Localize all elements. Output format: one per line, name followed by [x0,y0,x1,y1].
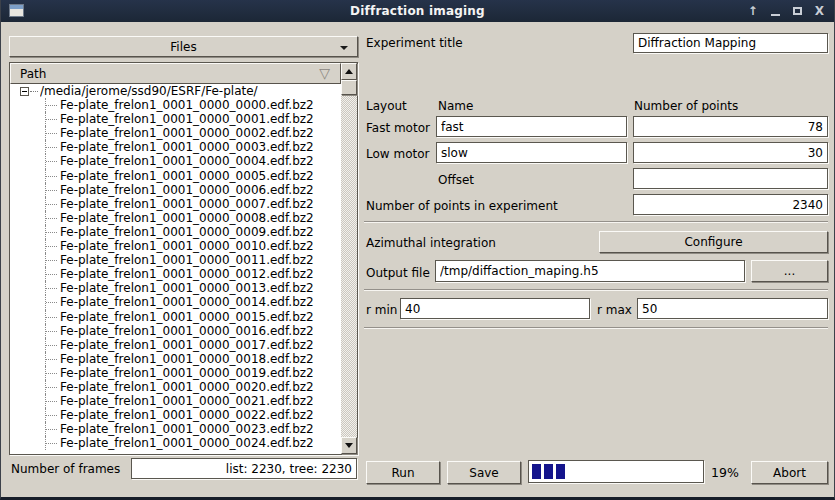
tree-connector [45,310,60,324]
files-dropdown-label: Files [170,40,196,54]
tree-connector [45,183,60,197]
low-motor-name-field[interactable] [436,142,627,163]
tree-connector [45,112,60,126]
tree-file-row[interactable]: Fe-plate_frelon1_0001_0000_0007.edf.bz2 [11,197,341,211]
tree-scrollbar[interactable] [341,63,357,454]
tree-file-row[interactable]: Fe-plate_frelon1_0001_0000_0002.edf.bz2 [11,126,341,140]
tree-connector [45,295,60,309]
progress-block [532,464,541,479]
tree-file-row[interactable]: Fe-plate_frelon1_0001_0000_0008.edf.bz2 [11,211,341,225]
shade-up-icon: ↑ [748,0,758,22]
rmin-field[interactable] [400,298,590,319]
tree-file-label: Fe-plate_frelon1_0001_0000_0008.edf.bz2 [60,211,314,225]
maximize-button[interactable] [793,7,802,15]
scroll-down-button[interactable] [341,437,357,454]
tree-file-row[interactable]: Fe-plate_frelon1_0001_0000_0003.edf.bz2 [11,140,341,154]
tree-content: /media/jerome/ssd90/ESRF/Fe-plate/ Fe-pl… [11,84,341,453]
tree-file-label: Fe-plate_frelon1_0001_0000_0019.edf.bz2 [60,366,314,380]
tree-file-row[interactable]: Fe-plate_frelon1_0001_0000_0013.edf.bz2 [11,281,341,295]
window-title: Diffraction imaging [1,4,834,18]
progress-percent: 19% [711,465,739,480]
fast-motor-name-field[interactable] [436,116,627,137]
low-motor-points-field[interactable] [633,142,828,163]
title-bar[interactable]: Diffraction imaging ↑ X [1,0,834,22]
offset-field[interactable] [633,168,828,189]
number-of-frames-field[interactable] [131,458,357,479]
tree-connector [45,267,60,281]
tree-connector [45,126,60,140]
tree-file-row[interactable]: Fe-plate_frelon1_0001_0000_0022.edf.bz2 [11,408,341,422]
scrollbar-thumb[interactable] [341,80,357,95]
tree-file-row[interactable]: Fe-plate_frelon1_0001_0000_0015.edf.bz2 [11,310,341,324]
tree-file-label: Fe-plate_frelon1_0001_0000_0001.edf.bz2 [60,112,314,126]
tree-connector [45,422,60,436]
layout-label: Layout [366,99,407,113]
rmax-field[interactable] [637,298,828,319]
tree-file-label: Fe-plate_frelon1_0001_0000_0024.edf.bz2 [60,436,314,450]
dropdown-arrow-icon [340,46,348,50]
tree-file-row[interactable]: Fe-plate_frelon1_0001_0000_0000.edf.bz2 [11,98,341,112]
rmax-label: r max [597,303,632,317]
tree-file-label: Fe-plate_frelon1_0001_0000_0018.edf.bz2 [60,352,314,366]
rmin-label: r min [366,303,397,317]
tree-file-row[interactable]: Fe-plate_frelon1_0001_0000_0016.edf.bz2 [11,324,341,338]
tree-file-row[interactable]: Fe-plate_frelon1_0001_0000_0010.edf.bz2 [11,239,341,253]
tree-file-label: Fe-plate_frelon1_0001_0000_0002.edf.bz2 [60,126,314,140]
fast-motor-points-field[interactable] [633,116,828,137]
tree-connector [45,394,60,408]
separator [364,289,828,291]
tree-connector [45,239,60,253]
scroll-up-button[interactable] [341,63,357,80]
tree-file-row[interactable]: Fe-plate_frelon1_0001_0000_0004.edf.bz2 [11,154,341,168]
tree-file-row[interactable]: Fe-plate_frelon1_0001_0000_0017.edf.bz2 [11,338,341,352]
offset-label: Offset [438,173,474,187]
tree-connector [45,352,60,366]
tree-root-row[interactable]: /media/jerome/ssd90/ESRF/Fe-plate/ [11,84,341,98]
tree-file-row[interactable]: Fe-plate_frelon1_0001_0000_0012.edf.bz2 [11,267,341,281]
configure-button[interactable]: Configure [599,231,828,253]
tree-connector [45,253,60,267]
abort-button[interactable]: Abort [751,461,828,484]
tree-file-label: Fe-plate_frelon1_0001_0000_0009.edf.bz2 [60,225,314,239]
collapse-minus-icon[interactable] [20,87,29,96]
tree-connector [45,98,60,112]
tree-file-label: Fe-plate_frelon1_0001_0000_0004.edf.bz2 [60,154,314,168]
tree-file-row[interactable]: Fe-plate_frelon1_0001_0000_0020.edf.bz2 [11,380,341,394]
tree-file-row[interactable]: Fe-plate_frelon1_0001_0000_0011.edf.bz2 [11,253,341,267]
files-dropdown[interactable]: Files [9,36,358,57]
tree-file-label: Fe-plate_frelon1_0001_0000_0016.edf.bz2 [60,324,314,338]
fast-motor-label: Fast motor [366,121,430,135]
close-button[interactable]: X [815,0,824,22]
tree-file-row[interactable]: Fe-plate_frelon1_0001_0000_0019.edf.bz2 [11,366,341,380]
shade-button[interactable]: ↑ [748,0,758,22]
scroll-up-icon [345,69,353,74]
tree-file-row[interactable]: Fe-plate_frelon1_0001_0000_0021.edf.bz2 [11,394,341,408]
total-points-field[interactable] [633,194,828,215]
output-file-label: Output file [366,266,430,280]
tree-connector [45,211,60,225]
points-column-label: Number of points [634,99,738,113]
tree-file-row[interactable]: Fe-plate_frelon1_0001_0000_0001.edf.bz2 [11,112,341,126]
tree-file-row[interactable]: Fe-plate_frelon1_0001_0000_0009.edf.bz2 [11,225,341,239]
tree-connector [45,197,60,211]
tree-connector [45,169,60,183]
save-button[interactable]: Save [447,461,521,484]
tree-connector [45,366,60,380]
tree-file-row[interactable]: Fe-plate_frelon1_0001_0000_0018.edf.bz2 [11,352,341,366]
tree-root-label: /media/jerome/ssd90/ESRF/Fe-plate/ [40,84,258,98]
output-file-field[interactable] [435,260,745,282]
minimize-icon [771,14,780,16]
experiment-title-field[interactable] [633,33,828,53]
tree-file-row[interactable]: Fe-plate_frelon1_0001_0000_0014.edf.bz2 [11,295,341,309]
maximize-icon [793,7,802,15]
tree-header-path[interactable]: Path ▽ [10,63,341,84]
run-button[interactable]: Run [366,461,440,484]
experiment-title-label: Experiment title [366,36,463,50]
minimize-button[interactable] [771,7,780,16]
tree-file-row[interactable]: Fe-plate_frelon1_0001_0000_0005.edf.bz2 [11,169,341,183]
tree-file-row[interactable]: Fe-plate_frelon1_0001_0000_0024.edf.bz2 [11,436,341,450]
tree-file-row[interactable]: Fe-plate_frelon1_0001_0000_0006.edf.bz2 [11,183,341,197]
browse-button[interactable]: ... [751,260,828,282]
tree-file-row[interactable]: Fe-plate_frelon1_0001_0000_0023.edf.bz2 [11,422,341,436]
tree-file-label: Fe-plate_frelon1_0001_0000_0012.edf.bz2 [60,267,314,281]
